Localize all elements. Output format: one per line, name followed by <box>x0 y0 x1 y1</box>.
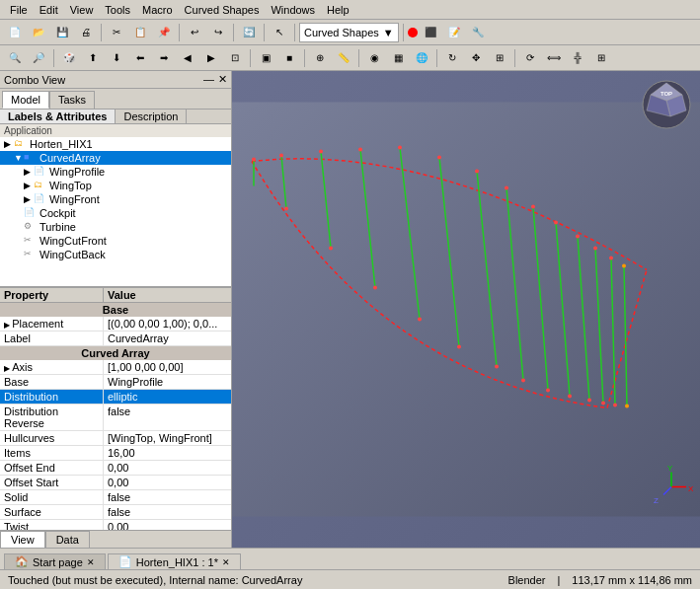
undo-button[interactable]: ↩ <box>184 23 205 42</box>
save-button[interactable]: 💾 <box>51 23 73 42</box>
grid-btn[interactable]: ⊞ <box>590 48 612 68</box>
workbench-dropdown[interactable]: Curved Shapes ▼ <box>299 23 399 42</box>
svg-text:Y: Y <box>667 464 673 473</box>
zoom-out-btn[interactable]: 🔎 <box>28 48 49 68</box>
combo-close-btn[interactable]: ✕ <box>218 73 227 86</box>
measure-btn[interactable]: 📏 <box>333 48 354 68</box>
new-button[interactable]: 📄 <box>4 23 26 42</box>
sync2-btn[interactable]: ⟺ <box>543 48 565 68</box>
distribution-label: Distribution <box>0 390 104 404</box>
start-page-icon: 🏠 <box>15 555 29 568</box>
vd-tab-data[interactable]: Data <box>45 531 90 548</box>
tab-horten-close[interactable]: ✕ <box>222 557 230 567</box>
toolbar-1: 📄 📂 💾 🖨 ✂ 📋 📌 ↩ ↪ 🔄 ↖ Curved Shapes ▼ ⬛ … <box>0 20 700 45</box>
view-left-btn[interactable]: ⬅ <box>129 48 151 68</box>
tab-tasks[interactable]: Tasks <box>49 91 95 109</box>
props-label[interactable]: Label CurvedArray <box>0 331 231 346</box>
macro-button[interactable]: 📝 <box>443 23 465 42</box>
open-button[interactable]: 📂 <box>28 23 49 42</box>
svg-point-26 <box>576 235 580 239</box>
label-label: Label <box>0 331 104 345</box>
props-distribution[interactable]: Distribution elliptic <box>0 390 231 405</box>
paste-button[interactable]: 📌 <box>153 23 175 42</box>
tree-item-turbine[interactable]: ⚙ Turbine <box>0 220 231 234</box>
tree-item-wingcutback[interactable]: ✂ WingCutBack <box>0 248 231 261</box>
tab-model[interactable]: Model <box>2 91 49 109</box>
base-label: Base <box>0 375 104 389</box>
wire-btn[interactable]: ▣ <box>255 48 276 68</box>
view-right-btn[interactable]: ➡ <box>153 48 175 68</box>
folder-icon: 🗂 <box>14 138 28 150</box>
view-bottom-btn[interactable]: ⬇ <box>106 48 127 68</box>
tree-item-cockpit[interactable]: 📄 Cockpit <box>0 206 231 220</box>
tab-horten[interactable]: 📄 Horten_HIX1 : 1* ✕ <box>108 553 241 569</box>
snap-btn[interactable]: ⊕ <box>309 48 331 68</box>
props-offset-end[interactable]: Offset End 0,00 <box>0 461 231 476</box>
props-solid[interactable]: Solid false <box>0 490 231 505</box>
redo-button[interactable]: ↪ <box>207 23 229 42</box>
view-top-btn[interactable]: ⬆ <box>82 48 104 68</box>
record-button[interactable] <box>408 28 418 37</box>
pan-btn[interactable]: ✥ <box>465 48 487 68</box>
tab-start-page[interactable]: 🏠 Start page ✕ <box>4 553 106 569</box>
props-surface[interactable]: Surface false <box>0 505 231 520</box>
tree-item-wingcutfront[interactable]: ✂ WingCutFront <box>0 234 231 248</box>
menu-file[interactable]: File <box>4 4 34 16</box>
menu-macro[interactable]: Macro <box>136 4 179 16</box>
view-front-btn[interactable]: ◀ <box>177 48 198 68</box>
props-items[interactable]: Items 16,00 <box>0 446 231 461</box>
sync-btn[interactable]: ⟳ <box>519 48 541 68</box>
menu-help[interactable]: Help <box>321 4 355 16</box>
view-back-btn[interactable]: ▶ <box>200 48 222 68</box>
combo-minimize-btn[interactable]: — <box>203 73 214 86</box>
tree-label-wingtop: WingTop <box>49 180 92 191</box>
rotate-btn[interactable]: ↻ <box>441 48 463 68</box>
3d-view-btn[interactable]: 🎲 <box>58 48 80 68</box>
shading-btn[interactable]: ◉ <box>363 48 385 68</box>
tree-item-wingfront[interactable]: ▶ 📄 WingFront <box>0 192 231 206</box>
svg-point-29 <box>622 264 626 268</box>
debug-button[interactable]: 🔧 <box>467 23 489 42</box>
cursor-button[interactable]: ↖ <box>269 23 290 42</box>
props-hullcurves[interactable]: Hullcurves [WingTop, WingFront] <box>0 431 231 446</box>
texture-btn[interactable]: ▦ <box>387 48 409 68</box>
axis-btn[interactable]: ╬ <box>567 48 588 68</box>
orientation-cube[interactable]: TOP <box>641 79 692 130</box>
menu-windows[interactable]: Windows <box>265 4 321 16</box>
props-axis[interactable]: Axis [1,00 0,00 0,00] <box>0 360 231 375</box>
subtab-description[interactable]: Description <box>116 110 187 123</box>
props-base[interactable]: Base WingProfile <box>0 375 231 390</box>
props-dist-reverse[interactable]: Distribution Reverse false <box>0 405 231 431</box>
tree-item-curvedarray[interactable]: ▼ ■ CurvedArray <box>0 151 231 165</box>
view-fit-btn[interactable]: ⊡ <box>224 48 246 68</box>
refresh-button[interactable]: 🔄 <box>238 23 260 42</box>
props-twist[interactable]: Twist 0,00 <box>0 520 231 530</box>
props-placement[interactable]: Placement [(0,00 0,00 1,00); 0,0... <box>0 317 231 331</box>
menu-curved-shapes[interactable]: Curved Shapes <box>179 4 266 16</box>
menu-tools[interactable]: Tools <box>99 4 136 16</box>
section-curved-array: Curved Array <box>0 346 231 360</box>
tab-start-page-close[interactable]: ✕ <box>87 557 95 567</box>
menu-view[interactable]: View <box>64 4 100 16</box>
solid-btn[interactable]: ■ <box>278 48 300 68</box>
props-offset-start[interactable]: Offset Start 0,00 <box>0 476 231 490</box>
svg-point-23 <box>505 186 508 190</box>
tree-item-wingprofile[interactable]: ▶ 📄 WingProfile <box>0 165 231 179</box>
cut-button[interactable]: ✂ <box>106 23 127 42</box>
environment-btn[interactable]: 🌐 <box>411 48 432 68</box>
tab-start-page-label: Start page <box>33 556 83 568</box>
tree-item-horten[interactable]: ▶ 🗂 Horten_HIX1 <box>0 137 231 151</box>
subtab-labels[interactable]: Labels & Attributes <box>0 110 116 123</box>
tree-label-curvedarray: CurvedArray <box>39 152 101 164</box>
copy-button[interactable]: 📋 <box>129 23 151 42</box>
tree-item-wingtop[interactable]: ▶ 🗂 WingTop <box>0 179 231 192</box>
zoom-btn[interactable]: ⊞ <box>489 48 510 68</box>
vd-tab-view[interactable]: View <box>0 531 45 548</box>
stop-button[interactable]: ⬛ <box>420 23 441 42</box>
combo-tabs: Model Tasks <box>0 89 231 110</box>
print-button[interactable]: 🖨 <box>75 23 97 42</box>
menu-edit[interactable]: Edit <box>34 4 64 16</box>
tree-label-wingcutfront: WingCutFront <box>39 235 107 247</box>
zoom-in-btn[interactable]: 🔍 <box>4 48 26 68</box>
3d-viewport[interactable]: X Y Z TO <box>232 71 700 548</box>
